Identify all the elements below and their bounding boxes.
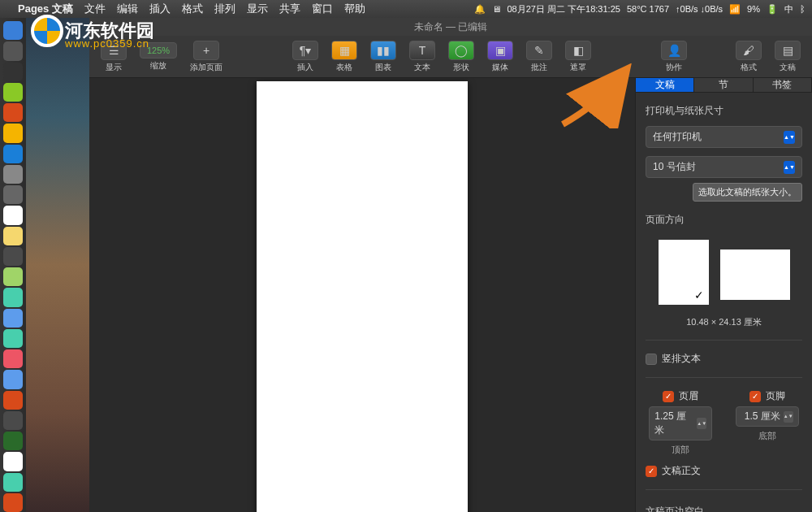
vertical-text-checkbox[interactable]: 竖排文本	[646, 352, 802, 366]
dock-app4[interactable]	[3, 165, 23, 184]
dock-app11[interactable]	[3, 473, 23, 492]
printer-value: 任何打印机	[653, 130, 702, 144]
dock-app10[interactable]	[3, 411, 23, 430]
addpage-button[interactable]: +添加页面	[185, 39, 227, 75]
body-checkbox[interactable]: ✓ 文稿正文	[646, 464, 802, 478]
collab-button[interactable]: 👤协作	[656, 39, 692, 75]
mask-button[interactable]: ◧遮罩	[560, 39, 596, 75]
battery-icon: 🔋	[767, 4, 778, 15]
page[interactable]	[257, 81, 468, 512]
dock-terminal[interactable]	[3, 63, 23, 81]
orientation-portrait[interactable]: ✓	[659, 240, 709, 305]
status-ime[interactable]: 中	[784, 3, 793, 15]
stepper-icon: ▲▼	[697, 418, 706, 429]
dock-app1[interactable]	[3, 83, 23, 102]
chart-button[interactable]: ▮▮图表	[365, 39, 401, 75]
menu-view[interactable]: 显示	[247, 2, 268, 16]
header-checkbox[interactable]: ✓ 页眉	[663, 389, 698, 403]
menu-share[interactable]: 共享	[279, 2, 300, 16]
wifi-icon[interactable]: 📶	[729, 4, 741, 15]
header-stepper[interactable]: 1.25 厘米 ▲▼	[649, 406, 712, 440]
checkbox-icon: ✓	[646, 466, 657, 477]
dock-app2[interactable]	[3, 103, 23, 122]
document-canvas[interactable]	[89, 78, 635, 512]
pages-window: 未命名 — 已编辑 ☰显示 125%缩放 +添加页面 ¶▾插入 ▦表格 ▮▮图表…	[89, 18, 812, 512]
tab-bookmark[interactable]: 书签	[754, 78, 812, 92]
table-button[interactable]: ▦表格	[326, 39, 362, 75]
dock-app8[interactable]	[3, 288, 23, 306]
dock-calendar[interactable]	[3, 206, 23, 224]
margins-label: 文稿页边空白	[646, 505, 802, 512]
toolbar: ☰显示 125%缩放 +添加页面 ¶▾插入 ▦表格 ▮▮图表 T文本 ◯形状 ▣…	[89, 36, 812, 78]
top-label: 顶部	[672, 444, 689, 456]
dock-launchpad[interactable]	[3, 41, 23, 60]
dock-notes[interactable]	[3, 227, 23, 245]
check-icon: ✓	[694, 289, 704, 302]
stepper-icon: ▲▼	[784, 411, 793, 423]
document-button[interactable]: ▤文稿	[770, 39, 806, 75]
tab-section[interactable]: 节	[694, 78, 753, 92]
printer-dropdown[interactable]: 任何打印机 ▲▼	[646, 126, 802, 148]
media-button[interactable]: ▣媒体	[482, 39, 518, 75]
printer-section-label: 打印机与纸张尺寸	[646, 104, 802, 118]
menu-window[interactable]: 窗口	[312, 2, 333, 16]
paper-value: 10 号信封	[653, 160, 696, 174]
menu-format[interactable]: 格式	[182, 2, 203, 16]
updown-icon: ▲▼	[784, 131, 795, 144]
dock-app9[interactable]	[3, 309, 23, 328]
status-temp: 58°C 1767	[627, 4, 669, 14]
inspector-panel: 文稿 节 书签 打印机与纸张尺寸 任何打印机 ▲▼ 10 号信封 ▲▼ 选取此文…	[635, 78, 812, 512]
screen-icon[interactable]: 🖥	[492, 4, 501, 14]
dock-app7[interactable]	[3, 267, 23, 286]
dock-appstore[interactable]	[3, 370, 23, 388]
dock	[0, 18, 26, 512]
window-titlebar: 未命名 — 已编辑	[89, 18, 812, 36]
dock-music[interactable]	[3, 349, 23, 368]
checkbox-icon: ✓	[749, 391, 761, 402]
bottom-label: 底部	[758, 430, 776, 442]
dock-app6[interactable]	[3, 247, 23, 266]
dock-vpn[interactable]	[3, 432, 23, 450]
status-net: ↑0B/s ↓0B/s	[676, 4, 723, 14]
window-title: 未命名 — 已编辑	[414, 20, 488, 34]
dock-app3[interactable]	[3, 124, 23, 142]
notification-icon[interactable]: 🔔	[474, 4, 486, 15]
desktop-wallpaper	[26, 18, 89, 512]
status-date: 08月27日 周二 下午18:31:25	[508, 3, 620, 15]
format-button[interactable]: 🖌格式	[731, 39, 767, 75]
dock-wechat[interactable]	[3, 329, 23, 348]
paper-dropdown[interactable]: 10 号信封 ▲▼	[646, 156, 802, 178]
page-dimensions: 10.48 × 24.13 厘米	[646, 316, 802, 328]
bluetooth-icon[interactable]: ᛒ	[800, 4, 806, 14]
dock-app12[interactable]	[3, 493, 23, 512]
dock-safari[interactable]	[3, 145, 23, 163]
paper-tooltip: 选取此文稿的纸张大小。	[693, 183, 802, 202]
status-battery: 9%	[747, 4, 760, 14]
footer-stepper[interactable]: 1.5 厘米 ▲▼	[736, 406, 799, 427]
checkbox-icon: ✓	[663, 391, 674, 402]
tab-document[interactable]: 文稿	[636, 78, 694, 92]
watermark-url: www.pc0359.cn	[65, 37, 149, 50]
dock-finder[interactable]	[3, 21, 23, 40]
orientation-landscape[interactable]	[720, 249, 790, 300]
dock-yandex[interactable]	[3, 452, 23, 471]
insert-button[interactable]: ¶▾插入	[287, 39, 323, 75]
dock-app5[interactable]	[3, 185, 23, 204]
logo-icon	[31, 15, 63, 47]
footer-checkbox[interactable]: ✓ 页脚	[749, 389, 785, 403]
comment-button[interactable]: ✎批注	[521, 39, 557, 75]
dock-vivaldi[interactable]	[3, 391, 23, 410]
shape-button[interactable]: ◯形状	[443, 39, 479, 75]
updown-icon: ▲▼	[784, 161, 795, 174]
text-button[interactable]: T文本	[404, 39, 440, 75]
menu-help[interactable]: 帮助	[344, 2, 365, 16]
menu-arrange[interactable]: 排列	[214, 2, 235, 16]
orientation-label: 页面方向	[646, 213, 802, 227]
checkbox-icon	[646, 354, 657, 365]
